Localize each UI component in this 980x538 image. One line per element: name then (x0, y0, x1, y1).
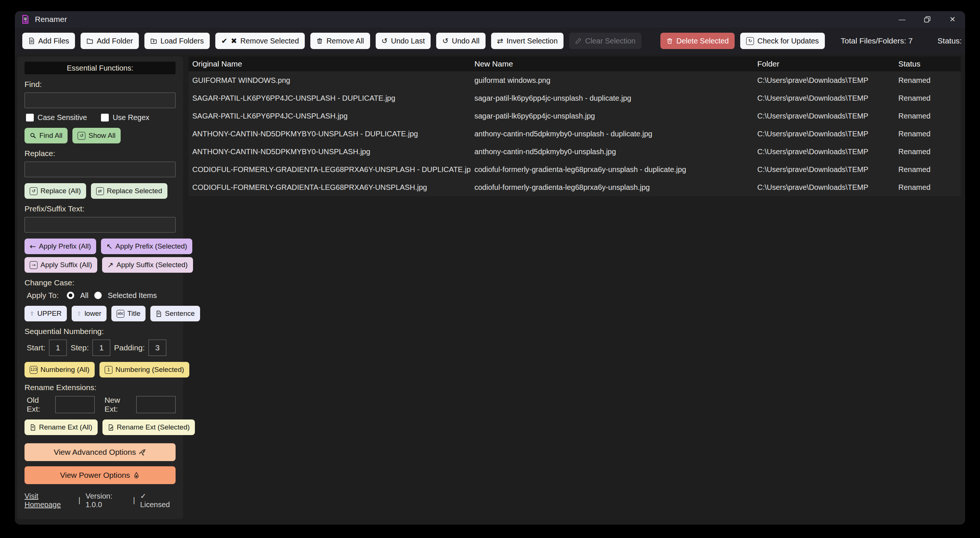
replace-all-button[interactable]: ↺ Replace (All) (24, 183, 86, 199)
rename-ext-all-button[interactable]: Rename Ext (All) (24, 420, 98, 435)
add-files-button[interactable]: Add Files (22, 33, 75, 49)
prefix-suffix-input[interactable] (24, 217, 176, 233)
invert-selection-button[interactable]: ⇄ Invert Selection (491, 33, 564, 49)
show-all-label: Show All (88, 131, 115, 140)
column-new-name[interactable]: New Name (471, 59, 754, 69)
numbers-box-icon: 123 (30, 366, 38, 374)
folder-cell: C:\Users\prave\Downloads\TEMP (754, 183, 895, 192)
apply-to-all-radio[interactable] (67, 292, 74, 299)
new-name-cell: codioful-formerly-gradienta-leg68prxa6y-… (471, 183, 754, 192)
remove-all-button[interactable]: Remove All (310, 33, 370, 49)
numbering-all-button[interactable]: 123 Numbering (All) (24, 362, 95, 377)
refresh-box-icon: ↺ (78, 132, 85, 140)
remove-selected-label: Remove Selected (240, 37, 299, 45)
view-advanced-options-button[interactable]: View Advanced Options (24, 443, 176, 461)
table-row[interactable]: SAGAR-PATIL-LK6PY6PP4JC-UNSPLASH.jpg sag… (189, 107, 961, 125)
column-original-name[interactable]: Original Name (189, 59, 471, 69)
column-status[interactable]: Status (895, 59, 961, 69)
restore-button[interactable] (915, 11, 940, 27)
find-input[interactable] (24, 93, 176, 108)
table-row[interactable]: SAGAR-PATIL-LK6PY6PP4JC-UNSPLASH - DUPLI… (189, 89, 961, 107)
rename-ext-selected-button[interactable]: Rename Ext (Selected) (102, 420, 195, 435)
new-name-cell: sagar-patil-lk6py6pp4jc-unsplash - dupli… (471, 94, 754, 102)
folder-cell: C:\Users\prave\Downloads\TEMP (754, 76, 895, 85)
numbering-selected-label: Numbering (Selected) (115, 366, 184, 374)
table-row[interactable]: CODIOFUL-FORMERLY-GRADIENTA-LEG68PRXA6Y-… (189, 161, 961, 178)
rocket-icon (139, 449, 146, 456)
table-row[interactable]: ANTHONY-CANTIN-ND5DPKMYBY0-UNSPLASH.jpg … (189, 143, 961, 161)
load-folders-button[interactable]: Load Folders (145, 33, 210, 49)
original-name-cell: SAGAR-PATIL-LK6PY6PP4JC-UNSPLASH.jpg (189, 112, 471, 120)
step-input[interactable] (92, 340, 110, 356)
replace-label: Replace: (24, 149, 176, 158)
apply-suffix-selected-button[interactable]: ↗ Apply Suffix (Selected) (102, 257, 193, 273)
document-icon (30, 424, 36, 431)
column-folder[interactable]: Folder (754, 59, 895, 69)
document-icon (156, 311, 162, 317)
use-regex-checkbox[interactable]: Use Regex (101, 113, 149, 122)
remove-selected-button[interactable]: ✔✖ Remove Selected (215, 33, 305, 49)
folder-cell: C:\Users\prave\Downloads\TEMP (754, 112, 895, 120)
check-updates-button[interactable]: ↻ Check for Updates (740, 33, 825, 49)
sequential-numbering-label: Sequential Numbering: (24, 327, 176, 336)
caps-up-icon: ⇧ (30, 311, 35, 316)
table-row[interactable]: ANTHONY-CANTIN-ND5DPKMYBY0-UNSPLASH - DU… (189, 125, 961, 143)
start-input[interactable] (49, 340, 67, 356)
padding-input[interactable] (148, 340, 166, 356)
minimize-button[interactable]: — (889, 11, 915, 27)
case-sensitive-checkbox[interactable]: Case Sensitive (26, 113, 87, 122)
replace-all-label: Replace (All) (40, 187, 81, 195)
apply-prefix-all-button[interactable]: ← Apply Prefix (All) (24, 238, 96, 254)
minimize-icon: — (898, 16, 906, 23)
status-cell: Renamed (895, 147, 961, 156)
replace-selected-button[interactable]: ⇄ Replace Selected (91, 183, 167, 199)
apply-prefix-selected-button[interactable]: ↖ Apply Prefix (Selected) (101, 238, 192, 254)
shuffle-box-icon: ⇄ (96, 187, 104, 195)
apply-to-selected-radio[interactable] (94, 292, 102, 299)
add-folder-button[interactable]: Add Folder (81, 33, 139, 49)
title-bar: Renamer — ✕ (15, 11, 965, 27)
folder-cell: C:\Users\prave\Downloads\TEMP (754, 130, 895, 138)
show-all-button[interactable]: ↺ Show All (72, 128, 121, 144)
case-sensitive-label: Case Sensitive (38, 113, 87, 122)
undo-icon: ↺ (382, 37, 388, 45)
undo-all-button[interactable]: ↺ Undo All (436, 33, 485, 49)
footer-separator: | (133, 496, 135, 504)
title-case-label: Title (127, 310, 140, 318)
title-case-button[interactable]: abc Title (111, 306, 145, 321)
app-window: Renamer — ✕ Add Files Add Folder Load Fo… (15, 11, 965, 525)
new-name-cell: guiformat windows.png (471, 76, 754, 85)
sentence-case-button[interactable]: Sentence (150, 306, 200, 321)
lower-case-button[interactable]: ⇧ lower (72, 306, 107, 321)
file-table: Original Name New Name Folder Status GUI… (189, 56, 961, 196)
view-advanced-options-label: View Advanced Options (54, 448, 136, 457)
view-power-options-button[interactable]: View Power Options (24, 466, 176, 484)
checkbox-icon (101, 114, 109, 121)
upper-case-label: UPPER (38, 310, 62, 318)
status-cell: Renamed (895, 112, 961, 120)
old-ext-label: Old Ext: (27, 396, 51, 413)
delete-selected-button[interactable]: Delete Selected (660, 33, 735, 49)
find-all-button[interactable]: Find All (24, 128, 68, 144)
clear-selection-button[interactable]: Clear Selection (569, 33, 641, 49)
upper-case-button[interactable]: ⇧ UPPER (24, 306, 67, 321)
undo-last-button[interactable]: ↺ Undo Last (375, 33, 431, 49)
visit-homepage-link[interactable]: Visit Homepage (24, 492, 73, 509)
status-cell: Renamed (895, 130, 961, 138)
numbering-selected-button[interactable]: 1 Numbering (Selected) (100, 362, 189, 377)
apply-prefix-all-label: Apply Prefix (All) (39, 242, 91, 251)
cross-icon: ✖ (231, 37, 237, 45)
new-ext-input[interactable] (136, 396, 176, 413)
status-cell: Renamed (895, 165, 961, 174)
table-row[interactable]: CODIOFUL-FORMERLY-GRADIENTA-LEG68PRXA6Y-… (189, 178, 961, 196)
replace-input[interactable] (24, 161, 176, 177)
folder-icon (86, 38, 93, 44)
window-title: Renamer (35, 15, 67, 24)
folder-cell: C:\Users\prave\Downloads\TEMP (754, 165, 895, 174)
old-ext-input[interactable] (55, 396, 95, 413)
numbering-all-label: Numbering (All) (40, 366, 89, 374)
close-button[interactable]: ✕ (940, 11, 965, 27)
apply-suffix-all-button[interactable]: → Apply Suffix (All) (24, 257, 97, 273)
table-row[interactable]: GUIFORMAT WINDOWS.png guiformat windows.… (189, 71, 961, 89)
add-folder-label: Add Folder (97, 37, 133, 45)
